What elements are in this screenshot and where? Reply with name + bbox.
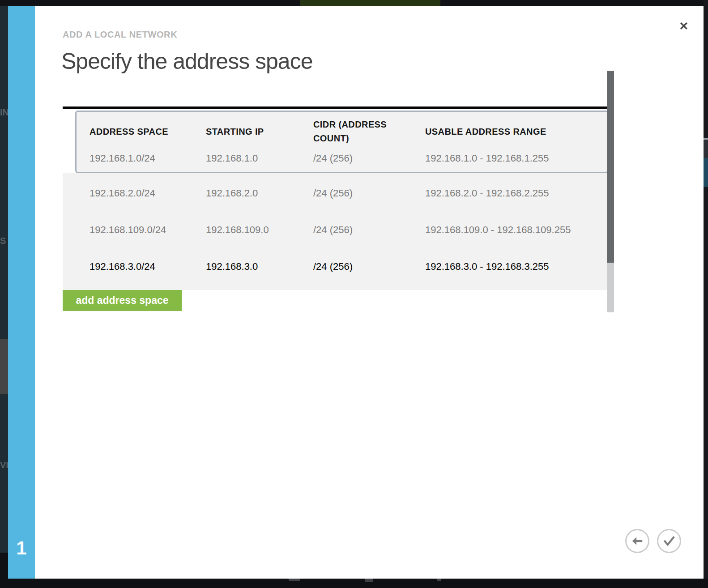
taskbar-icon-partial — [365, 579, 373, 582]
background-sidebar-footer — [0, 553, 8, 579]
column-header-cidr: CIDR (ADDRESS COUNT) — [309, 118, 425, 145]
background-partial-label: VI — [0, 460, 8, 470]
background-sidebar-highlight — [0, 339, 8, 394]
cell-starting-ip: 192.168.109.0 — [206, 224, 309, 236]
table-row[interactable]: 192.168.1.0/24 192.168.1.0 /24 (256) 192… — [77, 145, 607, 171]
cell-starting-ip: 192.168.2.0 — [206, 187, 309, 199]
cell-usable-range: 192.168.3.0 - 192.168.3.255 — [425, 261, 607, 273]
table-row[interactable]: 192.168.2.0/24 192.168.2.0 /24 (256) 192… — [63, 175, 607, 212]
background-right-edge-gray — [704, 140, 708, 158]
table-header-and-selected-row: ADDRESS SPACE STARTING IP CIDR (ADDRESS … — [75, 111, 609, 173]
column-header-address-space: ADDRESS SPACE — [90, 125, 206, 139]
back-button[interactable] — [625, 529, 649, 553]
page-title: Specify the address space — [61, 48, 312, 74]
bottom-taskbar — [0, 579, 708, 588]
cell-usable-range: 192.168.2.0 - 192.168.2.255 — [425, 187, 607, 199]
cell-cidr: /24 (256) — [309, 153, 425, 164]
cell-address-space: 192.168.1.0/24 — [90, 153, 206, 164]
confirm-button[interactable] — [657, 529, 681, 553]
cell-address-space: 192.168.2.0/24 — [90, 187, 206, 199]
wizard-step-rail: 1 — [8, 6, 35, 579]
background-partial-label: IN — [0, 107, 8, 118]
cell-usable-range: 192.168.1.0 - 192.168.1.255 — [425, 153, 607, 164]
cell-starting-ip: 192.168.1.0 — [206, 153, 309, 164]
taskbar-icon-partial — [289, 579, 300, 581]
table-header-row: ADDRESS SPACE STARTING IP CIDR (ADDRESS … — [77, 112, 607, 145]
dialog-eyebrow: ADD A LOCAL NETWORK — [63, 30, 177, 40]
table-top-border — [63, 107, 607, 109]
cell-address-space: 192.168.109.0/24 — [90, 224, 206, 236]
table-row[interactable]: 192.168.109.0/24 192.168.109.0 /24 (256)… — [63, 212, 607, 248]
wizard-step-number: 1 — [8, 537, 35, 559]
top-taskbar-highlight — [300, 0, 440, 6]
add-address-space-button[interactable]: add address space — [63, 290, 182, 311]
cell-cidr: /24 (256) — [309, 224, 425, 236]
cell-starting-ip: 192.168.3.0 — [206, 261, 309, 273]
cell-usable-range: 192.168.109.0 - 192.168.109.255 — [425, 224, 607, 236]
column-header-starting-ip: STARTING IP — [206, 125, 309, 139]
cell-cidr: /24 (256) — [309, 261, 425, 273]
background-partial-label: S — [0, 236, 8, 246]
cell-address-space: 192.168.3.0/24 — [90, 261, 206, 273]
arrow-left-icon — [631, 534, 644, 548]
address-table-rows: 192.168.2.0/24 192.168.2.0 /24 (256) 192… — [63, 173, 607, 290]
column-header-usable-range: USABLE ADDRESS RANGE — [425, 125, 607, 139]
background-sidebar: IN S VI — [0, 6, 8, 553]
check-icon — [662, 534, 676, 548]
close-icon[interactable]: ✕ — [675, 17, 693, 35]
table-row[interactable]: 192.168.3.0/24 192.168.3.0 /24 (256) 192… — [63, 248, 607, 285]
background-right-edge-teal — [704, 158, 708, 187]
table-scrollbar-track[interactable] — [607, 263, 614, 312]
taskbar-icon-partial — [437, 579, 441, 581]
background-right-edge — [704, 0, 708, 588]
table-scrollbar-thumb[interactable] — [607, 71, 614, 263]
cell-cidr: /24 (256) — [309, 187, 425, 199]
